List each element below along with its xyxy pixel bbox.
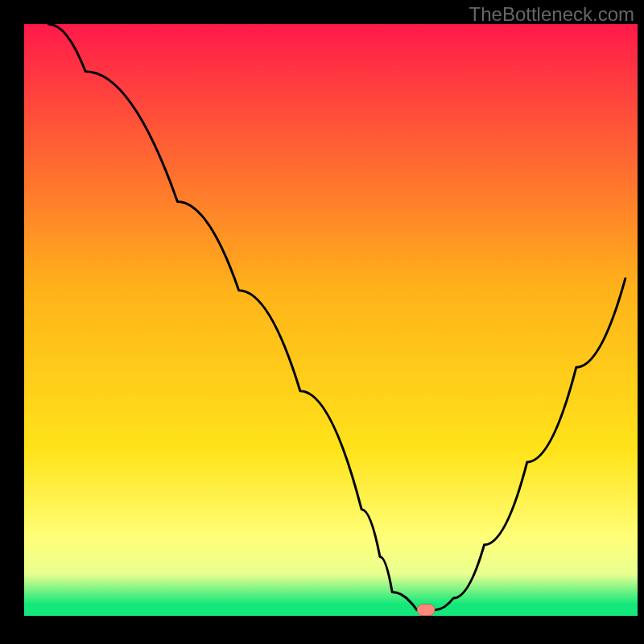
bottleneck-plot-svg: [0, 0, 644, 644]
optimum-marker: [417, 605, 435, 616]
plot-background: [24, 24, 638, 616]
chart-canvas: TheBottleneck.com: [0, 0, 644, 644]
watermark-text: TheBottleneck.com: [469, 3, 634, 26]
